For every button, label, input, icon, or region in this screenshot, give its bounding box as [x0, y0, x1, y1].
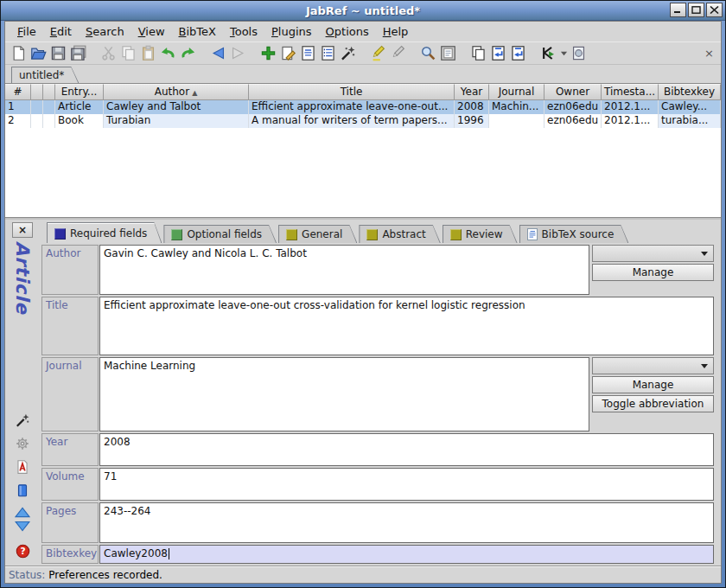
column-header-journal[interactable]: Journal	[489, 84, 544, 100]
cell-title[interactable]: A manual for writers of term papers...	[249, 114, 455, 128]
cut-icon[interactable]	[99, 43, 118, 63]
journal-field-input[interactable]: Machine Learning	[99, 357, 589, 431]
table-row-2[interactable]: 2 Book Turabian A manual for writers of …	[5, 114, 721, 128]
new-database-icon[interactable]	[9, 43, 29, 63]
cell-title[interactable]: Efficient approximate leave-one-out...	[249, 100, 455, 114]
new-entry-icon[interactable]	[258, 43, 278, 63]
menu-help[interactable]: Help	[376, 23, 416, 40]
edit-preamble-icon[interactable]	[298, 43, 318, 63]
copy-icon[interactable]	[118, 43, 138, 63]
help-icon[interactable]: ?	[16, 544, 30, 559]
minimize-button[interactable]	[670, 3, 686, 17]
menu-edit[interactable]: Edit	[43, 23, 79, 40]
column-header-year[interactable]: Year	[455, 84, 489, 100]
tab-abstract[interactable]: Abstract	[359, 225, 440, 243]
redo-icon[interactable]	[178, 43, 198, 63]
column-header-timestamp[interactable]: Timesta...	[602, 84, 659, 100]
search-icon[interactable]	[418, 43, 438, 63]
title-field-input[interactable]: Efficient approximate leave-one-out cros…	[99, 297, 714, 355]
cell-timestamp[interactable]: 2012.1...	[602, 114, 659, 128]
cell-author[interactable]: Cawley and Talbot	[104, 100, 249, 114]
fetch-medline-icon[interactable]	[569, 43, 589, 63]
column-header-author[interactable]: Author▲	[104, 84, 249, 100]
cell-timestamp[interactable]: 2012.1...	[602, 100, 659, 114]
tab-required-fields[interactable]: Required fields	[47, 222, 162, 243]
gear-icon[interactable]	[15, 436, 30, 451]
pdf-icon[interactable]	[15, 459, 30, 475]
column-header-icon2[interactable]	[43, 84, 55, 100]
cell-entrytype[interactable]: Book	[55, 114, 104, 128]
down-arrow-icon[interactable]	[15, 521, 30, 532]
save-database-icon[interactable]	[48, 43, 68, 63]
tab-review[interactable]: Review	[443, 225, 518, 243]
titlebar[interactable]: JabRef ~ untitled*	[1, 1, 725, 21]
toggle-abbreviation-button[interactable]: Toggle abbreviation	[592, 395, 714, 412]
back-icon[interactable]	[208, 43, 228, 63]
undo-icon[interactable]	[158, 43, 178, 63]
document-tab[interactable]: untitled*	[11, 67, 79, 83]
copy-bibtex-key-icon[interactable]	[468, 43, 488, 63]
column-header-bibtexkey[interactable]: Bibtexkey	[659, 84, 721, 100]
note-icon[interactable]	[15, 483, 30, 498]
up-arrow-icon[interactable]	[15, 507, 30, 518]
open-database-icon[interactable]	[29, 43, 48, 63]
toolbar-close-x-icon[interactable]: ×	[704, 47, 716, 60]
cell-bibtexkey[interactable]: turabia...	[659, 114, 721, 128]
cell-author[interactable]: Turabian	[104, 114, 249, 128]
cell-journal[interactable]	[489, 114, 544, 128]
push-menu-arrow-icon[interactable]	[558, 49, 569, 57]
cell-year[interactable]: 2008	[455, 100, 489, 114]
cell-icon2[interactable]	[43, 100, 55, 114]
menu-tools[interactable]: Tools	[223, 23, 264, 40]
column-header-owner[interactable]: Owner	[544, 84, 602, 100]
cell-year[interactable]: 1996	[455, 114, 489, 128]
cell-icon1[interactable]	[31, 100, 43, 114]
menu-bibtex[interactable]: BibTeX	[172, 23, 223, 40]
cell-journal[interactable]: Machin...	[489, 100, 544, 114]
menu-view[interactable]: View	[131, 23, 172, 40]
journal-manage-button[interactable]: Manage	[592, 376, 714, 393]
bibtexkey-field-input[interactable]: Cawley2008	[99, 545, 714, 564]
push-to-lyx-icon[interactable]	[538, 43, 558, 63]
cell-owner[interactable]: ezn06edu	[544, 114, 602, 128]
close-button[interactable]	[706, 3, 723, 17]
cell-entrytype[interactable]: Article	[55, 100, 104, 114]
year-field-input[interactable]: 2008	[99, 433, 714, 466]
mark-entries-icon[interactable]	[368, 43, 388, 63]
column-header-title[interactable]: Title	[249, 84, 455, 100]
cell-owner[interactable]: ezn06edu	[544, 100, 602, 114]
column-header-icon1[interactable]	[31, 84, 43, 100]
edit-strings-icon[interactable]	[318, 43, 338, 63]
maximize-button[interactable]	[688, 3, 704, 17]
pages-field-input[interactable]: 243--264	[99, 502, 714, 543]
cell-icon2[interactable]	[43, 114, 55, 128]
save-all-databases-icon[interactable]	[68, 43, 88, 63]
push-to-winedt-icon[interactable]	[508, 43, 528, 63]
forward-icon[interactable]	[228, 43, 248, 63]
author-field-input[interactable]: Gavin C. Cawley and Nicola L. C. Talbot	[99, 245, 589, 295]
tab-optional-fields[interactable]: Optional fields	[163, 225, 277, 243]
menu-options[interactable]: Options	[319, 23, 376, 40]
tab-general[interactable]: General	[278, 225, 357, 243]
paste-icon[interactable]	[138, 43, 158, 63]
table-row-1[interactable]: 1 Article Cawley and Talbot Efficient ap…	[5, 100, 721, 114]
edit-entry-icon[interactable]	[278, 43, 298, 63]
cell-icon1[interactable]	[31, 114, 43, 128]
push-to-application-icon[interactable]	[488, 43, 508, 63]
volume-field-input[interactable]: 71	[99, 468, 714, 501]
author-words-combobox[interactable]	[592, 245, 714, 262]
menu-search[interactable]: Search	[79, 23, 131, 40]
cell-number[interactable]: 1	[5, 100, 31, 114]
unmark-entries-icon[interactable]	[388, 43, 408, 63]
autogenerate-keys-wand-icon[interactable]	[338, 43, 358, 63]
tab-bibtex-source[interactable]: BibTeX source	[519, 225, 629, 243]
menu-plugins[interactable]: Plugins	[264, 23, 319, 40]
cell-bibtexkey[interactable]: Cawley...	[659, 100, 721, 114]
author-manage-button[interactable]: Manage	[592, 264, 714, 281]
toggle-preview-icon[interactable]	[438, 43, 458, 63]
cell-number[interactable]: 2	[5, 114, 31, 128]
menu-file[interactable]: File	[10, 23, 43, 40]
journal-words-combobox[interactable]	[592, 357, 714, 374]
column-header-entrytype[interactable]: Entry...	[55, 84, 104, 100]
column-header-number[interactable]: #	[5, 84, 31, 100]
